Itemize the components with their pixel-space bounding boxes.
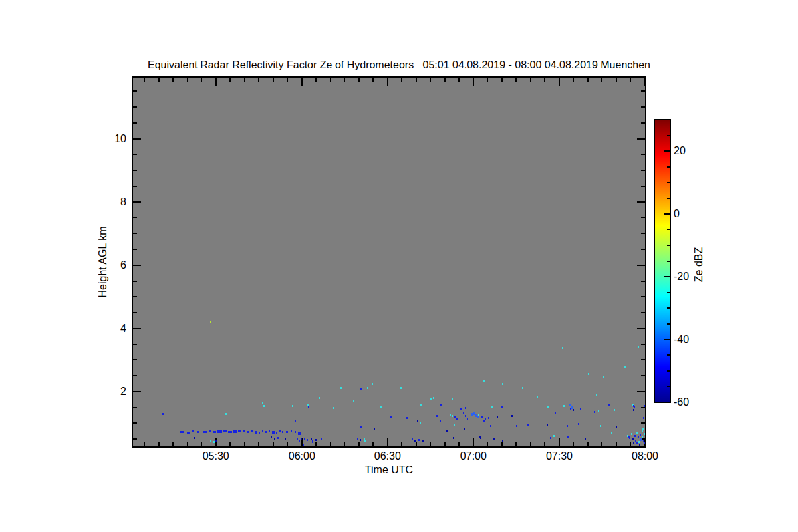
y-axis-label: Height AGL km [97,226,109,297]
colorbar-minor-tick [667,229,670,230]
x-axis-label: Time UTC [365,464,413,476]
colorbar-tick-label: 20 [674,145,686,157]
colorbar-minor-tick [667,261,670,262]
x-tick-label: 06:00 [289,450,315,462]
colorbar-tick-label: 0 [674,208,680,220]
radar-time-height-plot [133,78,645,446]
colorbar-minor-tick [667,370,670,372]
colorbar-minor-tick [667,166,670,168]
colorbar-tick-label: -40 [674,334,689,346]
plot-title: Equivalent Radar Reflectivity Factor Ze … [0,59,798,71]
y-tick-label: 10 [96,133,126,145]
x-tick-label: 08:00 [632,450,658,462]
colorbar-major-tick [664,213,670,215]
colorbar-minor-tick [667,386,670,387]
x-tick-label: 06:30 [374,450,401,462]
x-tick-label: 05:30 [203,450,229,462]
colorbar-minor-tick [667,323,670,325]
plot-area [132,76,646,448]
colorbar-tick-label: -20 [674,271,689,283]
colorbar-major-tick [664,339,670,340]
y-tick-label: 4 [96,323,126,334]
x-tick-label: 07:00 [460,450,487,462]
colorbar-minor-tick [667,354,670,356]
x-tick-label: 07:30 [546,450,573,462]
colorbar-minor-tick [667,135,670,136]
colorbar-minor-tick [667,198,670,199]
colorbar-major-tick [664,150,670,152]
colorbar-tick-label: -60 [674,396,689,408]
colorbar-minor-tick [667,182,670,183]
colorbar-minor-tick [667,292,670,293]
colorbar-major-tick [664,276,670,277]
colorbar-minor-tick [667,307,670,309]
y-tick-label: 8 [96,196,126,208]
colorbar-major-tick [664,402,670,403]
colorbar-minor-tick [667,245,670,246]
figure: Equivalent Radar Reflectivity Factor Ze … [0,0,798,532]
colorbar-axis-label: Ze dBZ [693,247,705,282]
y-tick-label: 2 [96,386,126,398]
